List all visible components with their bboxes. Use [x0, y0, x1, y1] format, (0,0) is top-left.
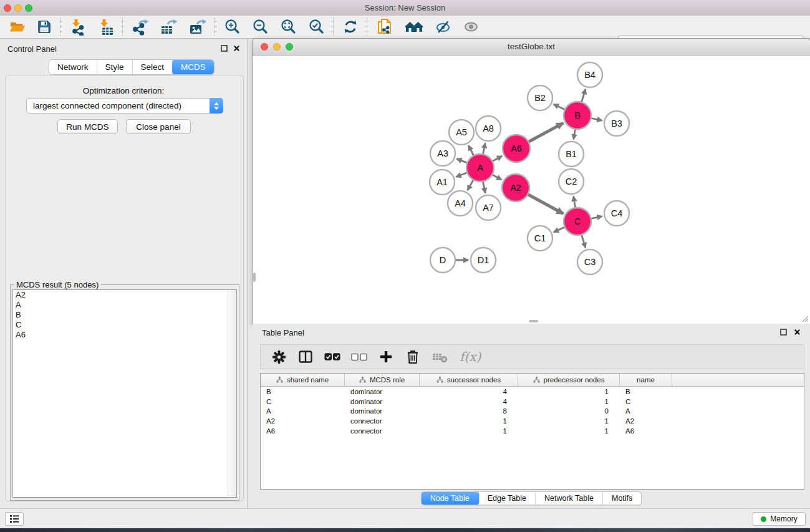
import-table-button[interactable]: [92, 17, 120, 36]
table-cell[interactable]: A: [620, 407, 672, 415]
zoom-selected-button[interactable]: [302, 17, 330, 36]
tab-select[interactable]: Select: [133, 60, 173, 74]
table-cell[interactable]: 1: [518, 417, 620, 425]
column-namespace-icon: [359, 377, 366, 383]
table-cell[interactable]: 1: [420, 417, 518, 425]
new-network-from-selection-button[interactable]: [370, 17, 399, 36]
table-row[interactable]: Adominator80A: [261, 406, 804, 416]
float-panel-button[interactable]: [219, 44, 228, 52]
result-list-item[interactable]: A: [13, 300, 236, 310]
float-table-panel-button[interactable]: [779, 328, 788, 336]
table-cell[interactable]: A2: [620, 417, 672, 425]
table-cell[interactable]: dominator: [345, 407, 420, 415]
table-cell[interactable]: dominator: [345, 398, 420, 405]
table-cell[interactable]: C: [261, 398, 345, 405]
run-mcds-button[interactable]: Run MCDS: [57, 119, 118, 134]
zoom-fit-button[interactable]: [274, 17, 302, 36]
vertical-scrollbar-thumb[interactable]: [253, 273, 256, 282]
export-table-button[interactable]: [155, 17, 183, 36]
network-graph[interactable]: B4B2BB3A8A5A6B1A3AA1C2A2A4A7C4CC1C3DD1: [253, 56, 810, 324]
result-list-item[interactable]: C: [13, 320, 236, 330]
column-header-shared-name[interactable]: shared name: [261, 374, 345, 386]
table-cell[interactable]: A: [261, 407, 345, 415]
graph-node-label: B1: [566, 149, 577, 159]
tab-mcds[interactable]: MCDS: [172, 59, 215, 75]
table-cell[interactable]: 1: [518, 398, 620, 405]
horizontal-scrollbar-thumb[interactable]: [529, 320, 538, 322]
tab-style[interactable]: Style: [97, 60, 133, 74]
table-options-button[interactable]: [271, 348, 287, 365]
table-cell[interactable]: 4: [420, 398, 518, 405]
column-header-successor-nodes[interactable]: successor nodes: [420, 374, 518, 386]
graph-node-label: A4: [455, 198, 466, 208]
show-column-panel-button[interactable]: [297, 348, 314, 365]
table-row[interactable]: A2connector11A2: [261, 416, 804, 426]
column-header-name[interactable]: name: [620, 374, 672, 386]
result-list-scrollbar[interactable]: [228, 290, 236, 497]
table-cell[interactable]: B: [261, 388, 345, 395]
hide-selected-button[interactable]: [429, 17, 457, 36]
criterion-select[interactable]: largest connected component (directed): [26, 98, 223, 114]
graph-node-label: A5: [456, 127, 467, 137]
refresh-layout-button[interactable]: [337, 17, 364, 36]
column-header-predecessor-nodes[interactable]: predecessor nodes: [518, 374, 620, 386]
import-network-button[interactable]: [64, 17, 92, 36]
zoom-out-button[interactable]: [246, 17, 274, 36]
graph-node-label: C: [574, 216, 581, 226]
result-list-item[interactable]: A6: [13, 330, 236, 340]
select-stepper: [210, 98, 223, 114]
table-cell[interactable]: C: [620, 398, 672, 405]
save-session-button[interactable]: [31, 17, 57, 36]
close-panel-button[interactable]: [232, 44, 241, 52]
result-list-item[interactable]: B: [13, 310, 236, 320]
show-all-button[interactable]: [457, 17, 485, 36]
resize-grip-icon[interactable]: [800, 314, 809, 322]
table-cell[interactable]: 8: [420, 407, 518, 415]
table-row[interactable]: Bdominator41B: [261, 387, 804, 397]
table-cell[interactable]: 1: [518, 427, 620, 435]
toolbar-separator: [122, 18, 123, 36]
status-bar: Memory: [0, 508, 810, 528]
export-network-button[interactable]: [126, 17, 155, 36]
memory-status-button[interactable]: Memory: [753, 512, 806, 526]
table-cell[interactable]: 1: [420, 427, 518, 435]
create-column-button[interactable]: [378, 348, 394, 365]
chevron-down-icon: [213, 107, 219, 110]
control-panel-tabs: NetworkStyleSelectMCDS: [49, 59, 215, 75]
export-image-button[interactable]: [183, 17, 212, 36]
refresh-icon: [342, 19, 359, 35]
select-all-columns-button[interactable]: [324, 348, 340, 365]
network-canvas[interactable]: B4B2BB3A8A5A6B1A3AA1C2A2A4A7C4CC1C3DD1: [253, 56, 810, 324]
unselect-all-columns-button[interactable]: [351, 348, 367, 365]
close-table-panel-button[interactable]: [793, 328, 801, 336]
column-header-filler: [672, 374, 804, 386]
table-cell[interactable]: B: [620, 388, 672, 395]
window-title: Session: New Session: [0, 3, 810, 12]
open-session-button[interactable]: [4, 17, 31, 36]
show-task-history-button[interactable]: [5, 512, 24, 526]
tab-network-table[interactable]: Network Table: [536, 492, 603, 505]
mcds-result-list[interactable]: A2ABCA6: [12, 289, 237, 498]
tab-network[interactable]: Network: [49, 60, 97, 74]
table-cell[interactable]: 4: [420, 388, 518, 395]
table-cell[interactable]: A6: [620, 427, 672, 435]
zoom-in-button[interactable]: [218, 17, 246, 36]
column-header-MCDS-role[interactable]: MCDS role: [345, 374, 420, 386]
tab-motifs[interactable]: Motifs: [603, 492, 641, 505]
table-cell[interactable]: 0: [518, 407, 620, 415]
table-row[interactable]: A6connector11A6: [261, 426, 804, 436]
tab-node-table[interactable]: Node Table: [421, 491, 480, 505]
save-floppy-icon: [37, 19, 52, 34]
table-cell[interactable]: A2: [261, 417, 345, 425]
result-list-item[interactable]: A2: [13, 290, 236, 300]
table-row[interactable]: Cdominator41C: [261, 397, 804, 407]
table-cell[interactable]: connector: [345, 427, 420, 435]
delete-column-button[interactable]: [405, 348, 421, 365]
table-cell[interactable]: connector: [345, 417, 420, 425]
tab-edge-table[interactable]: Edge Table: [479, 492, 536, 505]
table-cell[interactable]: A6: [261, 427, 345, 435]
table-cell[interactable]: 1: [518, 388, 620, 395]
close-mcds-panel-button[interactable]: Close panel: [126, 119, 191, 134]
table-cell[interactable]: dominator: [345, 388, 420, 395]
home-button[interactable]: [399, 17, 429, 36]
